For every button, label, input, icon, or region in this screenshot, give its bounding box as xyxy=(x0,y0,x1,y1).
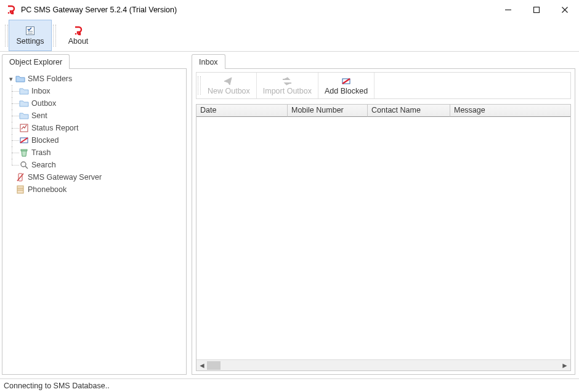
inbox-toolbar-grip xyxy=(196,73,201,98)
col-message[interactable]: Message xyxy=(450,105,570,117)
settings-button[interactable]: Settings xyxy=(9,20,52,51)
tree-trash[interactable]: Trash xyxy=(19,146,184,159)
tree-gateway-server[interactable]: SMS Gateway Server xyxy=(7,171,184,183)
inbox-icon xyxy=(19,86,29,96)
phonebook-icon xyxy=(15,185,25,194)
scroll-thumb[interactable] xyxy=(207,361,221,370)
scroll-left-icon[interactable]: ◄ xyxy=(196,360,208,371)
new-outbox-icon xyxy=(223,76,234,87)
tree-label: Search xyxy=(31,161,56,169)
about-label: About xyxy=(68,37,89,46)
left-panel: Object Explorer ▾ SMS Folders Inbo xyxy=(0,52,189,378)
about-icon xyxy=(73,25,83,36)
maximize-button[interactable] xyxy=(522,0,551,20)
tree-label: Phonebook xyxy=(28,185,67,194)
tree-label: SMS Folders xyxy=(28,74,72,83)
trash-icon xyxy=(19,148,29,158)
status-report-icon xyxy=(19,123,29,133)
col-contact-name[interactable]: Contact Name xyxy=(368,105,450,117)
toolbar-grip xyxy=(4,20,9,51)
import-outbox-label: Import Outbox xyxy=(263,87,312,95)
tree-sent[interactable]: Sent xyxy=(19,110,184,122)
right-tabs: Inbox xyxy=(192,54,575,68)
inbox-pane: New Outbox Import Outbox Add Blocked Dat… xyxy=(192,68,575,375)
window-title: PC SMS Gateway Server 5.2.4 (Trial Versi… xyxy=(21,6,494,14)
col-mobile-number[interactable]: Mobile Number xyxy=(288,105,368,117)
sent-icon xyxy=(19,111,29,121)
add-blocked-button[interactable]: Add Blocked xyxy=(318,73,375,98)
svg-point-8 xyxy=(75,33,77,35)
tree-phonebook[interactable]: Phonebook xyxy=(7,183,184,196)
svg-rect-2 xyxy=(534,7,540,12)
body: Object Explorer ▾ SMS Folders Inbo xyxy=(0,52,579,378)
expand-icon[interactable]: ▾ xyxy=(7,75,15,83)
new-outbox-label: New Outbox xyxy=(208,87,250,95)
message-grid: Date Mobile Number Contact Name Message … xyxy=(196,104,571,371)
gateway-icon xyxy=(15,172,25,182)
grid-header: Date Mobile Number Contact Name Message xyxy=(196,105,570,117)
svg-rect-5 xyxy=(26,27,34,35)
tree-sms-folders[interactable]: ▾ SMS Folders xyxy=(7,73,184,85)
settings-icon xyxy=(25,25,36,36)
settings-label: Settings xyxy=(16,37,44,46)
title-bar: PC SMS Gateway Server 5.2.4 (Trial Versi… xyxy=(0,0,579,20)
toolbar-grip-2 xyxy=(52,20,57,51)
main-toolbar: Settings About xyxy=(0,20,579,52)
tree-status-report[interactable]: Status Report xyxy=(19,122,184,134)
tab-object-explorer[interactable]: Object Explorer xyxy=(2,54,70,69)
new-outbox-button[interactable]: New Outbox xyxy=(201,73,257,98)
status-bar: Connecting to SMS Database.. xyxy=(0,378,579,392)
svg-rect-17 xyxy=(17,186,23,193)
tree-label: SMS Gateway Server xyxy=(28,173,102,182)
about-button[interactable]: About xyxy=(57,20,100,51)
status-text: Connecting to SMS Database.. xyxy=(4,382,110,390)
import-outbox-button[interactable]: Import Outbox xyxy=(257,73,318,98)
blocked-icon xyxy=(19,135,29,145)
add-blocked-label: Add Blocked xyxy=(325,87,368,95)
col-date[interactable]: Date xyxy=(196,105,288,117)
tree-outbox[interactable]: Outbox xyxy=(19,97,184,110)
tree-label: Trash xyxy=(31,148,51,157)
inbox-toolbar: New Outbox Import Outbox Add Blocked xyxy=(196,72,571,99)
minimize-button[interactable] xyxy=(494,0,522,20)
svg-line-14 xyxy=(25,166,28,169)
tree-inbox[interactable]: Inbox xyxy=(19,85,184,97)
svg-rect-12 xyxy=(21,150,27,151)
grid-body xyxy=(196,117,570,359)
import-outbox-icon xyxy=(281,76,293,87)
scroll-right-icon[interactable]: ► xyxy=(559,360,570,371)
tree-label: Inbox xyxy=(31,87,51,95)
tree-label: Sent xyxy=(31,111,47,120)
tab-inbox[interactable]: Inbox xyxy=(192,54,225,69)
svg-point-0 xyxy=(8,12,10,14)
outbox-icon xyxy=(19,98,29,108)
folder-icon xyxy=(15,74,25,84)
left-tabs: Object Explorer xyxy=(2,54,187,68)
object-explorer-pane: ▾ SMS Folders Inbox Outbox xyxy=(2,68,187,375)
tree-label: Status Report xyxy=(31,124,78,132)
tree-label: Blocked xyxy=(31,136,59,145)
tree-blocked[interactable]: Blocked xyxy=(19,134,184,146)
right-panel: Inbox New Outbox Import Outbox Add Block… xyxy=(189,52,579,378)
window-controls xyxy=(494,0,579,20)
search-icon xyxy=(19,160,29,170)
svg-point-13 xyxy=(21,162,26,167)
close-button[interactable] xyxy=(551,0,579,20)
add-blocked-icon xyxy=(341,76,352,87)
horizontal-scrollbar[interactable]: ◄ ► xyxy=(196,359,570,370)
tree-search[interactable]: Search xyxy=(19,159,184,171)
tree-label: Outbox xyxy=(31,99,56,108)
app-icon xyxy=(6,5,16,15)
